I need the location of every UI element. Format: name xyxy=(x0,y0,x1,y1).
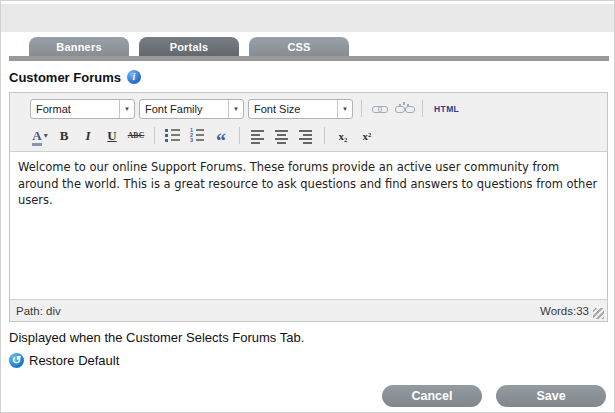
format-dropdown-value: Format xyxy=(31,100,119,118)
restore-default-icon: ↺ xyxy=(9,353,24,368)
link-icon xyxy=(372,102,389,116)
word-count: Words:33 xyxy=(540,305,589,317)
superscript-button[interactable]: x² xyxy=(357,126,377,146)
html-source-button[interactable]: HTML xyxy=(431,99,462,119)
save-button[interactable]: Save xyxy=(496,385,606,407)
toolbar-divider xyxy=(324,127,325,144)
font-size-dropdown[interactable]: Font Size xyxy=(248,99,353,119)
numbered-list-icon xyxy=(189,128,205,144)
editor-toolbar: Format Font Family Font Size HTML xyxy=(10,93,607,151)
toolbar-row-1: Format Font Family Font Size HTML xyxy=(30,95,607,122)
toolbar-divider xyxy=(154,127,155,144)
restore-default-label: Restore Default xyxy=(29,353,119,368)
restore-default-button[interactable]: ↺ Restore Default xyxy=(9,351,119,369)
bold-button[interactable]: B xyxy=(54,126,74,146)
rich-text-editor: Format Font Family Font Size HTML xyxy=(9,92,608,322)
font-family-dropdown-value: Font Family xyxy=(140,100,228,118)
header-band xyxy=(1,4,614,32)
format-dropdown[interactable]: Format xyxy=(30,99,135,119)
italic-button[interactable]: I xyxy=(78,126,98,146)
tab-banners[interactable]: Banners xyxy=(29,37,129,56)
tab-bar: Banners Portals CSS xyxy=(1,37,614,56)
align-right-icon xyxy=(299,128,313,144)
font-color-icon: A xyxy=(32,129,41,146)
bullet-list-icon xyxy=(165,128,181,144)
chevron-down-icon xyxy=(337,100,352,118)
subscript-button[interactable]: x₂ xyxy=(333,126,353,146)
tab-css[interactable]: CSS xyxy=(249,37,349,56)
font-family-dropdown[interactable]: Font Family xyxy=(139,99,244,119)
field-description: Displayed when the Customer Selects Foru… xyxy=(9,330,606,346)
tab-portals[interactable]: Portals xyxy=(139,37,239,56)
editor-path: Path: div xyxy=(16,305,61,317)
toolbar-divider xyxy=(361,100,362,117)
info-icon[interactable]: i xyxy=(127,70,141,84)
chevron-down-icon xyxy=(119,100,134,118)
editor-content[interactable]: Welcome to our online Support Forums. Th… xyxy=(10,151,607,299)
action-button-row: Cancel Save xyxy=(1,385,614,407)
text-color-button[interactable]: A xyxy=(30,126,50,146)
toolbar-row-2: A B I U ABC “ x₂ x² xyxy=(30,122,607,149)
resize-grip-icon[interactable] xyxy=(593,308,604,319)
font-size-dropdown-value: Font Size xyxy=(249,100,337,118)
numbered-list-button[interactable] xyxy=(187,126,207,146)
toolbar-divider xyxy=(422,100,423,117)
section-header: Customer Forums i xyxy=(9,69,606,85)
remove-link-button[interactable] xyxy=(394,99,414,119)
toolbar-divider xyxy=(239,127,240,144)
tab-underline-bar xyxy=(9,56,609,61)
underline-button[interactable]: U xyxy=(102,126,122,146)
editor-status-bar: Path: div Words:33 xyxy=(10,299,607,321)
strikethrough-button[interactable]: ABC xyxy=(126,126,146,146)
chevron-down-icon xyxy=(228,100,243,118)
customer-portal-settings-page: Banners Portals CSS Customer Forums i Fo… xyxy=(0,0,615,413)
align-center-button[interactable] xyxy=(272,126,292,146)
unlink-icon xyxy=(396,102,413,116)
align-left-button[interactable] xyxy=(248,126,268,146)
align-center-icon xyxy=(275,128,289,144)
chevron-down-icon xyxy=(44,124,48,142)
align-left-icon xyxy=(251,128,265,144)
insert-link-button[interactable] xyxy=(370,99,390,119)
align-right-button[interactable] xyxy=(296,126,316,146)
bullet-list-button[interactable] xyxy=(163,126,183,146)
blockquote-button[interactable]: “ xyxy=(211,126,231,146)
cancel-button[interactable]: Cancel xyxy=(382,385,482,407)
page-title: Customer Forums xyxy=(9,70,121,85)
